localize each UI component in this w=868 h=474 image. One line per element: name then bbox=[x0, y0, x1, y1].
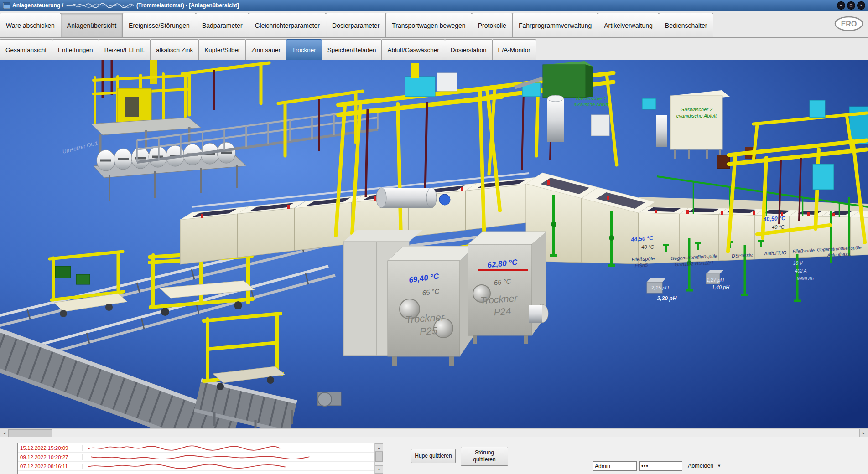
subtab-entfettungen[interactable]: Entfettungen bbox=[52, 39, 99, 60]
maximize-button-icon[interactable]: □ bbox=[847, 1, 855, 10]
tank-group2-actual-temp: 40,50 °C bbox=[763, 215, 786, 223]
redacted-log-message bbox=[86, 464, 296, 469]
tab-ereignisse-stoerungen[interactable]: Ereignisse/Störungen bbox=[122, 13, 196, 37]
tank-group1-set-temp: 40 °C bbox=[641, 244, 654, 250]
window-controls: – □ × bbox=[837, 1, 865, 10]
ero-logo-text: ERO bbox=[841, 20, 857, 28]
tab-fahrprogrammverwaltung[interactable]: Fahrprogrammverwaltung bbox=[512, 13, 598, 37]
dryer2-name-line2: P24 bbox=[494, 306, 511, 318]
subtab-beizen-el-entf[interactable]: Beizen/El.Entf. bbox=[99, 39, 151, 60]
hoisted-drum bbox=[376, 188, 437, 208]
event-log-list[interactable]: 15.12.2022 15:20:09 09.12.2022 10:20:27 bbox=[17, 443, 383, 474]
close-button-icon[interactable]: × bbox=[857, 1, 865, 10]
tank5-label: Fließspüle bbox=[792, 247, 815, 254]
horizontal-scrollbar-thumb[interactable] bbox=[8, 429, 52, 437]
log-message bbox=[83, 454, 375, 460]
log-message bbox=[83, 445, 375, 451]
rectifier-charge: 9999 Ah bbox=[797, 276, 814, 281]
redacted-log-message bbox=[86, 454, 314, 460]
subtab-zinn-sauer[interactable]: Zinn sauer bbox=[245, 39, 286, 60]
ph-label-1: 2,15 pH bbox=[651, 285, 669, 290]
password-field[interactable] bbox=[639, 461, 682, 471]
bottom-panel: 15.12.2022 15:20:09 09.12.2022 10:20:27 bbox=[0, 437, 868, 474]
scrubber2-label-line1: Gaswäscher 2 bbox=[681, 107, 712, 112]
pump-unit bbox=[439, 194, 450, 205]
subtab-dosierstation[interactable]: Dosierstation bbox=[445, 39, 493, 60]
ero-logo: ERO bbox=[834, 16, 863, 31]
tank-group2-set-temp: 40 °C bbox=[772, 224, 785, 230]
log-row[interactable]: 15.12.2022 15:20:09 bbox=[18, 443, 375, 453]
horizontal-scrollbar[interactable]: ◄ ► bbox=[0, 428, 868, 437]
sub-tab-bar: Gesamtansicht Entfettungen Beizen/El.Ent… bbox=[0, 38, 868, 60]
tab-anlagenuebersicht[interactable]: Anlagenübersicht bbox=[61, 13, 123, 37]
dryer2-set-temp: 65 °C bbox=[494, 277, 511, 286]
tab-protokolle[interactable]: Protokolle bbox=[472, 13, 513, 37]
log-row[interactable]: 09.12.2022 10:20:27 bbox=[18, 453, 375, 462]
scrubber1-label-line1: Gaswäscher 1 bbox=[576, 96, 606, 101]
log-row[interactable]: 07.12.2022 08:16:11 bbox=[18, 462, 375, 471]
subtab-ea-monitor[interactable]: E/A-Monitor bbox=[492, 39, 536, 60]
log-scrollbar-thumb[interactable] bbox=[375, 452, 383, 462]
window-title-suffix: (Trommelautomat) - [Anlagenübersicht] bbox=[136, 2, 239, 9]
log-row-empty bbox=[18, 471, 375, 474]
subtab-speicher-beladen[interactable]: Speicher/Beladen bbox=[322, 39, 382, 60]
subtab-abluft-gaswaescher[interactable]: Abluft/Gaswäscher bbox=[381, 39, 445, 60]
log-timestamp: 09.12.2022 10:20:27 bbox=[18, 454, 83, 460]
tab-ware-abschicken[interactable]: Ware abschicken bbox=[0, 13, 61, 37]
subtab-gesamtansicht[interactable]: Gesamtansicht bbox=[0, 39, 52, 60]
dryer2-alarm-bar bbox=[478, 269, 528, 271]
subtab-kupfer-silber[interactable]: Kupfer/Silber bbox=[198, 39, 246, 60]
minimize-button-icon[interactable]: – bbox=[837, 1, 845, 10]
tab-gleichrichterparameter[interactable]: Gleichrichterparameter bbox=[249, 13, 326, 37]
tank1-label-line2: FlSn5 bbox=[634, 262, 648, 268]
log-vertical-scrollbar[interactable]: ▲ ▼ bbox=[374, 443, 383, 474]
dryer-p25[interactable] bbox=[388, 246, 475, 366]
ph-label-2: 2,30 pH bbox=[657, 295, 677, 302]
plant-3d-view[interactable]: Umsetzer OU1 Gaswäscher 1 alkalische Abl… bbox=[0, 60, 868, 428]
acknowledge-horn-button[interactable]: Hupe quittieren bbox=[411, 449, 456, 463]
chevron-down-icon: ▼ bbox=[717, 464, 721, 468]
tab-bedienschalter[interactable]: Bedienschalter bbox=[659, 13, 714, 37]
rectifier-voltage: 18 V bbox=[793, 261, 803, 266]
log-timestamp: 15.12.2022 15:20:09 bbox=[18, 445, 83, 451]
tank3-label: DSPassiv. bbox=[732, 252, 754, 258]
tab-badparameter[interactable]: Badparameter bbox=[196, 13, 249, 37]
login-area: Abmelden ▼ bbox=[731, 437, 868, 474]
scroll-down-icon[interactable]: ▼ bbox=[375, 465, 383, 474]
tab-dosierparameter[interactable]: Dosierparameter bbox=[326, 13, 386, 37]
event-log-rows: 15.12.2022 15:20:09 09.12.2022 10:20:27 bbox=[18, 443, 375, 474]
title-bar: Anlagensteuerung / (Trommelautomat) - [A… bbox=[0, 0, 868, 11]
main-tab-bar: Ware abschicken Anlagenübersicht Ereigni… bbox=[0, 11, 868, 38]
username-field[interactable] bbox=[593, 461, 637, 471]
scrubber1-label-line2: alkalische Abluft bbox=[574, 102, 609, 107]
redacted-plant-name bbox=[66, 3, 134, 8]
tab-artikelverwaltung[interactable]: Artikelverwaltung bbox=[598, 13, 659, 37]
app-icon bbox=[3, 2, 10, 9]
ph-label-4: 1,40 pH bbox=[712, 284, 730, 290]
dryer1-name-line2: P25 bbox=[419, 325, 438, 338]
application-window: Anlagensteuerung / (Trommelautomat) - [A… bbox=[0, 0, 868, 474]
log-message bbox=[83, 464, 375, 469]
acknowledge-fault-button[interactable]: Störung quittieren bbox=[461, 447, 508, 466]
window-title: Anlagensteuerung / (Trommelautomat) - [A… bbox=[12, 2, 837, 9]
log-timestamp: 07.12.2022 08:16:11 bbox=[18, 464, 83, 469]
scrubber2-label-line2: cyanidische Abluft bbox=[676, 113, 717, 118]
subtab-trockner[interactable]: Trockner bbox=[286, 39, 322, 60]
tab-transportwagen-bewegen[interactable]: Transportwagen bewegen bbox=[385, 13, 472, 37]
window-title-prefix: Anlagensteuerung / bbox=[12, 2, 63, 9]
logout-control[interactable]: Abmelden ▼ bbox=[688, 463, 721, 469]
dryer-p24[interactable] bbox=[468, 232, 548, 344]
logout-label: Abmelden bbox=[688, 463, 713, 469]
rectifier-current: 402 A bbox=[795, 268, 807, 273]
redacted-log-message bbox=[86, 445, 282, 451]
ph-label-3: 1,27 pH bbox=[707, 277, 724, 283]
scroll-up-icon[interactable]: ▲ bbox=[375, 443, 383, 452]
subtab-alkalisch-zink[interactable]: alkalisch Zink bbox=[150, 39, 199, 60]
